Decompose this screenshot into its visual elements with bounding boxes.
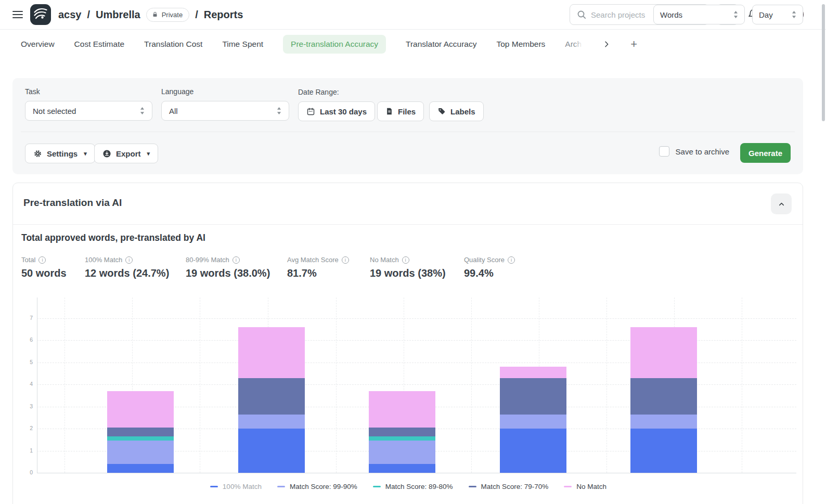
- stat-value: 81.7%: [287, 267, 370, 279]
- stat-value: 99.4%: [464, 267, 537, 279]
- chevron-up-icon: [778, 200, 785, 208]
- bar-segment-100-match: [369, 464, 435, 473]
- info-icon[interactable]: i: [125, 256, 133, 264]
- collapse-section-button[interactable]: [771, 193, 792, 214]
- stat-avg-match-score: Avg Match Scorei81.7%: [287, 256, 370, 279]
- unit-select[interactable]: Words: [653, 5, 745, 24]
- tabs-overflow-button[interactable]: [602, 40, 611, 48]
- save-to-archive-checkbox[interactable]: [659, 146, 669, 157]
- breadcrumb-team[interactable]: acsy: [58, 9, 82, 21]
- legend-item-match-score-99-90-[interactable]: Match Score: 99-90%: [277, 483, 357, 490]
- bar-segment-100-match: [107, 464, 174, 473]
- legend-item-100-match[interactable]: 100% Match: [210, 483, 262, 490]
- sort-arrows-icon: [277, 107, 281, 115]
- bar-segment-no-match: [107, 391, 174, 428]
- language-label: Language: [161, 87, 193, 96]
- bar-segment-match-score-89-80-: [369, 436, 435, 441]
- bar-segment-100-match: [630, 429, 697, 473]
- legend-swatch: [210, 486, 218, 487]
- breadcrumb-page: Reports: [204, 9, 243, 21]
- bar-segment-match-score-99-90-: [107, 441, 174, 464]
- y-axis-tick: 7: [13, 315, 33, 321]
- report-filters-panel: Task Not selected Language All Date Rang…: [12, 78, 803, 174]
- stat-quality-score: Quality Scorei99.4%: [464, 256, 537, 279]
- bar-segment-match-score-99-90-: [500, 415, 566, 429]
- sort-arrows-icon: [140, 107, 145, 115]
- bar-segment-100-match: [500, 429, 566, 473]
- report-tabs: OverviewCost EstimateTranslation CostTim…: [0, 30, 826, 59]
- pretranslation-report-card: Pre-translation via AI Total approved wo…: [12, 183, 803, 504]
- bar-segment-no-match: [630, 327, 697, 378]
- stat-value: 19 words (38%): [370, 267, 464, 279]
- bar-segment-no-match: [369, 391, 435, 428]
- settings-button[interactable]: Settings ▾: [25, 144, 95, 163]
- info-icon[interactable]: i: [38, 256, 46, 264]
- legend-swatch: [469, 486, 476, 487]
- bar-segment-match-score-99-90-: [369, 441, 435, 464]
- breadcrumb-project[interactable]: Umbrella: [96, 9, 140, 21]
- vertical-gridline: [471, 298, 472, 473]
- info-icon[interactable]: i: [342, 256, 349, 264]
- filter-divider: [21, 132, 795, 132]
- gear-icon: [33, 149, 42, 158]
- tab-top-members[interactable]: Top Members: [496, 40, 545, 49]
- stat-value: 19 words (38.0%): [186, 267, 287, 279]
- y-axis-tick: 1: [13, 447, 33, 454]
- labels-filter-button[interactable]: Labels: [429, 101, 484, 121]
- legend-item-match-score-79-70-[interactable]: Match Score: 79-70%: [469, 483, 549, 490]
- section-divider: [13, 224, 803, 225]
- files-filter-button[interactable]: Files: [377, 101, 424, 121]
- period-select[interactable]: Day: [752, 5, 803, 24]
- y-axis-tick: 5: [13, 359, 33, 365]
- legend-swatch: [277, 486, 285, 487]
- info-icon[interactable]: i: [508, 256, 515, 264]
- lock-icon: [152, 11, 158, 18]
- report-display-controls: Words Day: [653, 5, 803, 24]
- bar-segment-100-match: [238, 429, 305, 473]
- tab-arch[interactable]: Arch: [565, 40, 583, 49]
- sort-arrows-icon: [792, 10, 796, 19]
- y-axis-tick: 6: [13, 337, 33, 343]
- bar-segment-match-score-99-90-: [238, 415, 305, 429]
- horizontal-gridline: [37, 318, 796, 319]
- tab-translator-accuracy[interactable]: Translator Accuracy: [406, 40, 476, 49]
- y-axis-tick: 4: [13, 381, 33, 387]
- legend-item-match-score-89-80-[interactable]: Match Score: 89-80%: [373, 483, 453, 490]
- legend-swatch: [564, 486, 572, 487]
- task-select[interactable]: Not selected: [25, 101, 152, 121]
- sort-arrows-icon: [733, 10, 738, 19]
- caret-down-icon: ▾: [147, 150, 150, 157]
- tab-cost-estimate[interactable]: Cost Estimate: [74, 40, 124, 49]
- page-scrollbar[interactable]: [822, 4, 825, 121]
- file-icon: [385, 107, 393, 115]
- info-icon[interactable]: i: [233, 256, 240, 264]
- tab-pre-translation-accuracy[interactable]: Pre-translation Accuracy: [283, 35, 386, 54]
- legend-item-no-match[interactable]: No Match: [564, 483, 606, 490]
- stat-100-match: 100% Matchi12 words (24.7%): [85, 256, 186, 279]
- tab-translation-cost[interactable]: Translation Cost: [144, 40, 202, 49]
- y-axis-line: [37, 298, 37, 473]
- bar-segment-match-score-79-70-: [238, 378, 305, 415]
- chart: 01234567: [13, 298, 804, 477]
- date-range-button[interactable]: Last 30 days: [298, 101, 375, 121]
- vertical-gridline: [336, 298, 337, 473]
- save-to-archive-label: Save to archive: [676, 147, 729, 156]
- bar-segment-match-score-79-70-: [369, 428, 435, 436]
- info-icon[interactable]: i: [402, 256, 409, 264]
- section-title: Pre-translation via AI: [23, 197, 122, 209]
- task-label: Task: [25, 87, 40, 96]
- language-select[interactable]: All: [161, 101, 289, 121]
- y-axis-tick: 3: [13, 403, 33, 409]
- bar-segment-match-score-79-70-: [630, 378, 697, 415]
- generate-button[interactable]: Generate: [740, 143, 791, 163]
- vertical-gridline: [200, 298, 200, 473]
- tab-overview[interactable]: Overview: [21, 40, 55, 49]
- search-icon: [577, 10, 586, 19]
- export-button[interactable]: Export ▾: [94, 144, 158, 163]
- add-report-tab-button[interactable]: +: [630, 37, 637, 51]
- menu-icon[interactable]: [12, 11, 23, 18]
- stat-value: 50 words: [21, 267, 85, 279]
- tab-time-spent[interactable]: Time Spent: [222, 40, 263, 49]
- y-axis-tick: 0: [13, 469, 33, 475]
- app-logo[interactable]: [30, 4, 51, 25]
